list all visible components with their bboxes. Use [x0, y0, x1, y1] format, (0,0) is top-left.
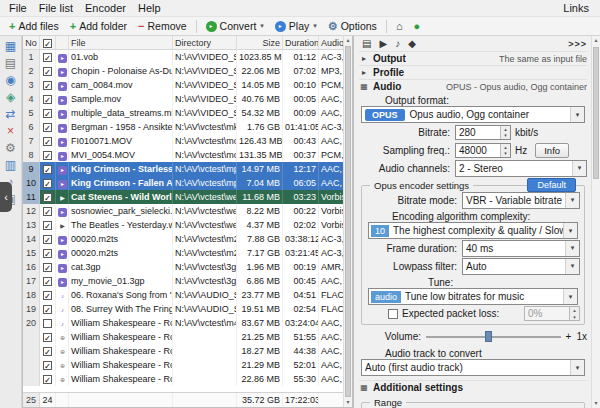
panel-scrollbar[interactable]: ▴ ▾: [591, 36, 600, 408]
scroll-up-icon[interactable]: ▴: [592, 36, 600, 45]
table-row[interactable]: 8✓▸MVI_0054.MOVN:\AV\vctest\mov131.35 MB…: [23, 148, 343, 162]
chevron-down-icon[interactable]: ▾: [565, 259, 579, 274]
table-row[interactable]: 13✓▶The Beatles - Yesterday.webmN:\AV\vc…: [23, 218, 343, 232]
audio-track-select[interactable]: Auto (first audio track) ▾: [361, 359, 585, 376]
row-check-cell[interactable]: ✓: [40, 134, 56, 148]
default-button[interactable]: Default: [527, 178, 576, 192]
row-check-cell[interactable]: ✓: [40, 190, 56, 204]
menu-item-help[interactable]: Help: [132, 1, 167, 15]
row-checkbox[interactable]: ✓: [43, 347, 52, 356]
table-row[interactable]: 16✓▸cat.3gpN:\AV\vctest\3gp1.96 MB00:19A…: [23, 260, 343, 274]
home-button[interactable]: ⌂: [391, 20, 408, 33]
row-checkbox[interactable]: ✓: [43, 221, 52, 230]
scrollbar-thumb[interactable]: [345, 46, 351, 397]
row-check-cell[interactable]: ✓: [40, 106, 56, 120]
table-row[interactable]: 14✓▸00020.m2tsN:\AV\vctest\m2...7.88 GB0…: [23, 232, 343, 246]
row-checkbox[interactable]: ✓: [43, 151, 52, 160]
video-icon[interactable]: ▶: [379, 38, 387, 49]
menu-item-encoder[interactable]: Encoder: [79, 1, 132, 15]
table-row[interactable]: 1✓▸01.vobN:\AV\VIDEO_SA...1023.85 MB01:1…: [23, 50, 343, 64]
row-check-cell[interactable]: ✓: [40, 232, 56, 246]
col-duration[interactable]: Duration: [283, 36, 319, 49]
col-check[interactable]: ✓: [40, 36, 56, 49]
row-checkbox[interactable]: ✓: [43, 193, 52, 202]
tune-select[interactable]: audio Tune low bitrates for music ▾: [368, 288, 578, 305]
table-row[interactable]: 12✓▸sosnowiec_park_sielecki.webmN:\AV\vc…: [23, 204, 343, 218]
row-checkbox[interactable]: ✓: [43, 235, 52, 244]
row-checkbox[interactable]: ✓: [43, 333, 52, 342]
section-output[interactable]: ▸ Output The same as input file: [359, 51, 587, 65]
channels-select[interactable]: 2 - Stereo ▾: [455, 160, 587, 177]
table-row[interactable]: 10✓▸King Crimson - Fallen Angel.mp4N:\AV…: [23, 176, 343, 190]
chevron-down-icon[interactable]: ▾: [565, 241, 579, 256]
row-check-cell[interactable]: ✓: [40, 274, 56, 288]
tag-icon[interactable]: ◈: [6, 91, 15, 103]
col-size[interactable]: Size: [237, 36, 283, 49]
row-check-cell[interactable]: ✓: [40, 288, 56, 302]
history-icon[interactable]: ▤: [5, 57, 16, 69]
row-check-cell[interactable]: ✓: [40, 120, 56, 134]
col-icon[interactable]: [56, 36, 69, 49]
row-checkbox[interactable]: ✓: [43, 305, 52, 314]
row-check-cell[interactable]: ✓: [40, 92, 56, 106]
table-row[interactable]: 2✓▸Chopin - Polonaise As-Dur op 53 'Hero…: [23, 64, 343, 78]
row-checkbox[interactable]: ✓: [43, 53, 52, 62]
menu-item-file-list[interactable]: File list: [33, 1, 79, 15]
table-row[interactable]: 9✓▸King Crimson - Starless.mp4N:\AV\vcte…: [23, 162, 343, 176]
slider-track[interactable]: [426, 336, 561, 338]
scroll-down-icon[interactable]: ▾: [592, 399, 600, 408]
row-checkbox[interactable]: ✓: [43, 81, 52, 90]
chevron-down-icon[interactable]: ▾: [260, 22, 264, 30]
table-row[interactable]: 7✓▸FI010071.MOVN:\AV\vctest\mov126.43 MB…: [23, 134, 343, 148]
row-check-cell[interactable]: ✓: [40, 204, 56, 218]
table-row[interactable]: 18✓♪06. Roxana's Song from 'King Roger'.…: [23, 288, 343, 302]
output-format-select[interactable]: OPUS Opus audio, Ogg container ▾: [361, 106, 585, 123]
row-checkbox[interactable]: ✓: [43, 67, 52, 76]
complexity-select[interactable]: 10 The highest complexity & quality / Sl…: [368, 222, 578, 239]
row-checkbox[interactable]: ✓: [43, 291, 52, 300]
play-button[interactable]: ▸Play▾: [270, 19, 322, 33]
chevron-down-icon[interactable]: ▾: [570, 107, 584, 122]
row-checkbox[interactable]: ✓: [43, 165, 52, 174]
swap-icon[interactable]: ⇄: [5, 108, 15, 120]
row-check-cell[interactable]: [40, 316, 56, 330]
volume-slider[interactable]: [426, 330, 561, 343]
row-check-cell[interactable]: ✓: [40, 372, 56, 386]
row-check-cell[interactable]: ✓: [40, 50, 56, 64]
table-row[interactable]: 19✓♪08. Surrey With The Fringe On Top.fl…: [23, 302, 343, 316]
row-check-cell[interactable]: ✓: [40, 162, 56, 176]
table-row[interactable]: ✓⊕William Shakespeare - Romeo and Juli..…: [23, 344, 343, 358]
table-row[interactable]: 6✓▸Bergman - 1958 - Ansiktet [DVD x264 2…: [23, 120, 343, 134]
table-row[interactable]: 5✓▸multiple_data_streams.mkvN:\AV\VIDEO_…: [23, 106, 343, 120]
file-icon[interactable]: ▥: [5, 159, 16, 171]
filters-icon[interactable]: ◆: [408, 38, 416, 49]
file-list-scrollbar[interactable]: ▴ ▾: [343, 36, 352, 407]
row-check-cell[interactable]: ✓: [40, 148, 56, 162]
bitrate-input[interactable]: 280 ▴▾: [455, 125, 511, 140]
chevron-down-icon[interactable]: ▾: [570, 360, 584, 375]
disc-icon[interactable]: ◉: [5, 74, 15, 86]
frame-duration-select[interactable]: 40 ms ▾: [462, 240, 580, 257]
col-no[interactable]: No: [23, 36, 40, 49]
table-row[interactable]: 17✓▸my_movie_01.3gpN:\AV\vctest\3gp6.86 …: [23, 274, 343, 288]
row-check-cell[interactable]: ✓: [40, 330, 56, 344]
remove-button[interactable]: −Remove: [133, 19, 192, 33]
row-check-cell[interactable]: ✓: [40, 218, 56, 232]
row-checkbox[interactable]: ✓: [43, 137, 52, 146]
menu-item-links[interactable]: Links: [555, 1, 597, 15]
row-checkbox[interactable]: ✓: [43, 375, 52, 384]
row-check-cell[interactable]: ✓: [40, 358, 56, 372]
spinner-buttons[interactable]: ▴▾: [500, 126, 510, 139]
add-folder-button[interactable]: +Add folder: [65, 19, 132, 33]
more-tabs-button[interactable]: >>>: [568, 39, 587, 49]
row-checkbox[interactable]: ✓: [43, 95, 52, 104]
row-check-cell[interactable]: ✓: [40, 344, 56, 358]
row-checkbox[interactable]: ✓: [43, 123, 52, 132]
row-checkbox[interactable]: ✓: [43, 249, 52, 258]
menu-item-file[interactable]: File: [3, 1, 33, 15]
row-checkbox[interactable]: ✓: [43, 207, 52, 216]
chevron-down-icon[interactable]: ▾: [572, 161, 586, 176]
audio-tab-icon[interactable]: ♪: [395, 38, 400, 49]
sampling-value[interactable]: 48000: [456, 144, 500, 157]
col-file[interactable]: File: [69, 36, 173, 49]
